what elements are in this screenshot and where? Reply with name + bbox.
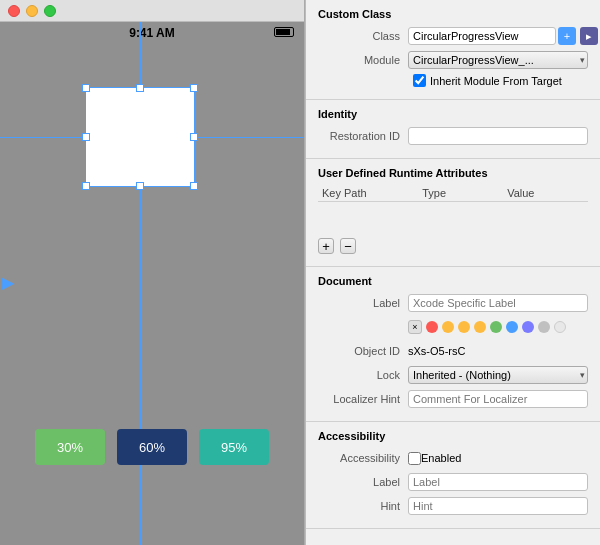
maximize-button[interactable] — [44, 5, 56, 17]
user-defined-section: User Defined Runtime Attributes Key Path… — [306, 159, 600, 267]
module-select[interactable]: CircularProgressView_... — [408, 51, 588, 69]
status-bar-time: 9:41 AM — [129, 26, 175, 40]
color-dot-light[interactable] — [554, 321, 566, 333]
object-id-label: Object ID — [318, 345, 408, 357]
phone-simulator: 9:41 AM ▶ 30% 60% — [0, 22, 304, 545]
left-panel: 9:41 AM ▶ 30% 60% — [0, 0, 305, 545]
accessibility-section: Accessibility Accessibility Enabled Labe… — [306, 422, 600, 529]
col-type: Type — [418, 187, 503, 199]
a11y-label-input[interactable] — [408, 473, 588, 491]
col-key-path: Key Path — [318, 187, 418, 199]
restoration-id-input[interactable] — [408, 127, 588, 145]
custom-class-section: Custom Class Class + ▸ Module CircularPr… — [306, 0, 600, 100]
color-dot-red[interactable] — [426, 321, 438, 333]
class-arrow-btn[interactable]: ▸ — [580, 27, 598, 45]
handle-tm[interactable] — [136, 84, 144, 92]
handle-ml[interactable] — [82, 133, 90, 141]
class-row: Class + ▸ — [318, 26, 588, 46]
localizer-hint-label: Localizer Hint — [318, 393, 408, 405]
x-button[interactable]: × — [408, 320, 422, 334]
color-dots — [426, 321, 588, 333]
color-dot-orange[interactable] — [442, 321, 454, 333]
handle-mr[interactable] — [190, 133, 198, 141]
progress-label-30: 30% — [57, 440, 83, 455]
color-dot-gray[interactable] — [538, 321, 550, 333]
document-section: Document Label × Object ID sXs-O5-rsC — [306, 267, 600, 422]
lock-select[interactable]: Inherited - (Nothing) — [408, 366, 588, 384]
accessibility-title: Accessibility — [318, 430, 588, 442]
progress-bar-95: 95% — [199, 429, 269, 465]
restoration-id-row: Restoration ID — [318, 126, 588, 146]
accessibility-label: Accessibility — [318, 452, 408, 464]
module-row: Module CircularProgressView_... — [318, 50, 588, 70]
progress-bar-30: 30% — [35, 429, 105, 465]
enabled-checkbox-group: Enabled — [408, 452, 461, 465]
class-label: Class — [318, 30, 408, 42]
lock-row: Lock Inherited - (Nothing) — [318, 365, 588, 385]
enabled-checkbox[interactable] — [408, 452, 421, 465]
module-label: Module — [318, 54, 408, 66]
color-row: × — [318, 317, 588, 337]
accessibility-hint-row: Hint — [318, 496, 588, 516]
localizer-hint-row: Localizer Hint — [318, 389, 588, 409]
object-id-row: Object ID sXs-O5-rsC — [318, 341, 588, 361]
module-select-wrapper[interactable]: CircularProgressView_... — [408, 51, 588, 69]
enabled-label: Enabled — [421, 452, 461, 464]
label-row: Label — [318, 293, 588, 313]
progress-label-95: 95% — [221, 440, 247, 455]
selected-view[interactable] — [85, 87, 195, 187]
accessibility-label-row: Label — [318, 472, 588, 492]
handle-tl[interactable] — [82, 84, 90, 92]
remove-attribute-btn[interactable]: − — [340, 238, 356, 254]
object-id-value: sXs-O5-rsC — [408, 345, 465, 357]
attributes-table-body — [318, 204, 588, 234]
class-input[interactable] — [408, 27, 556, 45]
lock-select-wrapper[interactable]: Inherited - (Nothing) — [408, 366, 588, 384]
document-title: Document — [318, 275, 588, 287]
inherit-label: Inherit Module From Target — [430, 75, 562, 87]
color-dot-purple[interactable] — [522, 321, 534, 333]
collapse-arrow[interactable]: ▶ — [2, 273, 14, 292]
status-bar: 9:41 AM — [0, 22, 304, 44]
accessibility-enabled-row: Accessibility Enabled — [318, 448, 588, 468]
add-remove-row: + − — [318, 234, 588, 258]
color-dot-blue[interactable] — [506, 321, 518, 333]
right-panel: Custom Class Class + ▸ Module CircularPr… — [305, 0, 600, 545]
col-value: Value — [503, 187, 588, 199]
minimize-button[interactable] — [26, 5, 38, 17]
handle-bm[interactable] — [136, 182, 144, 190]
inherit-row: Inherit Module From Target — [318, 74, 588, 87]
progress-bars-row: 30% 60% 95% — [0, 429, 304, 465]
identity-title: Identity — [318, 108, 588, 120]
window-titlebar — [0, 0, 304, 22]
add-attribute-btn[interactable]: + — [318, 238, 334, 254]
progress-bar-60: 60% — [117, 429, 187, 465]
lock-label: Lock — [318, 369, 408, 381]
inherit-checkbox[interactable] — [413, 74, 426, 87]
attributes-table-header: Key Path Type Value — [318, 185, 588, 202]
class-input-group: + ▸ — [408, 27, 598, 45]
battery-icon — [274, 27, 294, 37]
label-label: Label — [318, 297, 408, 309]
identity-section: Identity Restoration ID — [306, 100, 600, 159]
a11y-label-label: Label — [318, 476, 408, 488]
color-dot-yellow2[interactable] — [474, 321, 486, 333]
close-button[interactable] — [8, 5, 20, 17]
custom-class-title: Custom Class — [318, 8, 588, 20]
localizer-hint-input[interactable] — [408, 390, 588, 408]
a11y-hint-label: Hint — [318, 500, 408, 512]
user-defined-title: User Defined Runtime Attributes — [318, 167, 588, 179]
restoration-id-label: Restoration ID — [318, 130, 408, 142]
a11y-hint-input[interactable] — [408, 497, 588, 515]
handle-bl[interactable] — [82, 182, 90, 190]
label-input[interactable] — [408, 294, 588, 312]
progress-label-60: 60% — [139, 440, 165, 455]
color-dot-green[interactable] — [490, 321, 502, 333]
color-dot-yellow[interactable] — [458, 321, 470, 333]
handle-tr[interactable] — [190, 84, 198, 92]
class-add-btn[interactable]: + — [558, 27, 576, 45]
handle-br[interactable] — [190, 182, 198, 190]
